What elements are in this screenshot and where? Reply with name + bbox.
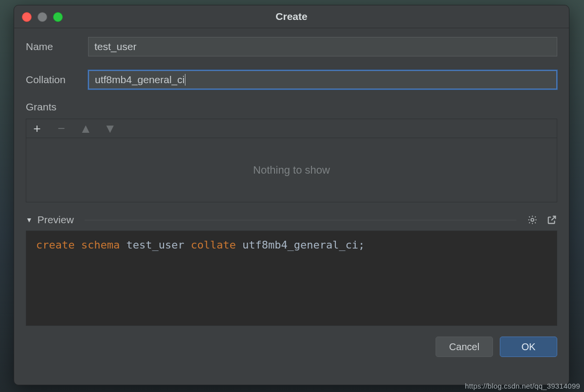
minimize-icon[interactable] bbox=[37, 12, 47, 22]
close-icon[interactable] bbox=[22, 12, 32, 22]
sql-id-collation: utf8mb4_general_ci bbox=[242, 239, 358, 251]
preview-actions bbox=[527, 214, 557, 225]
sql-kw-schema: schema bbox=[81, 239, 120, 251]
sql-id-name: test_user bbox=[126, 239, 184, 251]
dialog-body: Name Collation utf8mb4_general_ci Grants… bbox=[14, 28, 569, 385]
row-collation: Collation utf8mb4_general_ci bbox=[26, 70, 557, 89]
grants-toolbar: + − ▲ ▼ bbox=[26, 119, 557, 138]
collation-input[interactable]: utf8mb4_general_ci bbox=[88, 70, 557, 89]
ok-button[interactable]: OK bbox=[500, 337, 557, 357]
name-label: Name bbox=[26, 41, 88, 53]
svg-point-0 bbox=[531, 218, 534, 221]
sql-terminator: ; bbox=[358, 239, 365, 251]
watermark-text: https://blog.csdn.net/qq_39314099 bbox=[465, 382, 580, 390]
remove-icon: − bbox=[55, 122, 67, 135]
open-external-icon[interactable] bbox=[547, 214, 557, 225]
grants-empty-text: Nothing to show bbox=[26, 138, 557, 202]
grants-panel: + − ▲ ▼ Nothing to show bbox=[26, 119, 557, 202]
divider bbox=[85, 220, 516, 220]
dialog-title: Create bbox=[275, 11, 307, 22]
grants-label: Grants bbox=[26, 101, 557, 113]
move-up-icon: ▲ bbox=[80, 122, 91, 135]
create-dialog: Create Name Collation utf8mb4_general_ci… bbox=[14, 5, 569, 385]
gear-icon[interactable] bbox=[527, 214, 538, 225]
dialog-buttons: Cancel OK bbox=[26, 337, 557, 357]
maximize-icon[interactable] bbox=[53, 12, 63, 22]
preview-header: ▼ Preview bbox=[26, 214, 557, 226]
name-input[interactable] bbox=[88, 37, 557, 56]
text-cursor bbox=[185, 74, 185, 86]
preview-label: Preview bbox=[37, 214, 74, 226]
titlebar: Create bbox=[14, 5, 569, 28]
collation-value: utf8mb4_general_ci bbox=[95, 74, 184, 86]
cancel-button[interactable]: Cancel bbox=[436, 337, 493, 357]
add-icon[interactable]: + bbox=[31, 122, 43, 135]
sql-preview[interactable]: create schema test_user collate utf8mb4_… bbox=[26, 231, 557, 326]
chevron-down-icon[interactable]: ▼ bbox=[26, 216, 33, 224]
window-controls bbox=[22, 12, 63, 22]
row-name: Name bbox=[26, 37, 557, 56]
sql-kw-collate: collate bbox=[191, 239, 236, 251]
sql-kw-create: create bbox=[36, 239, 74, 251]
move-down-icon: ▼ bbox=[104, 122, 116, 135]
collation-label: Collation bbox=[26, 74, 88, 86]
